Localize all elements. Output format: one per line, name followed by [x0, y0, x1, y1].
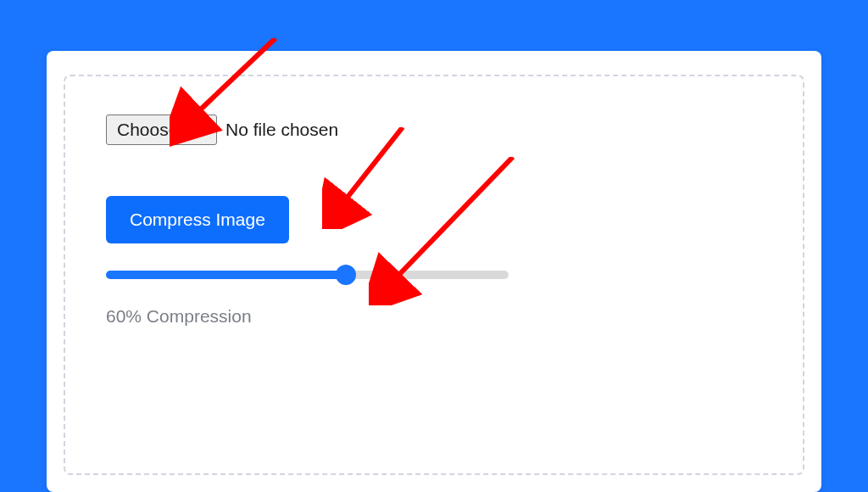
- upload-panel: Choose file No file chosen Compress Imag…: [64, 75, 804, 475]
- compression-slider[interactable]: [106, 271, 509, 279]
- slider-container: [106, 267, 509, 282]
- card-panel: Choose file No file chosen Compress Imag…: [47, 51, 821, 492]
- file-input-row: Choose file No file chosen: [106, 115, 769, 145]
- choose-file-button[interactable]: Choose file: [106, 115, 217, 145]
- compress-image-button[interactable]: Compress Image: [106, 196, 289, 243]
- file-status-text: No file chosen: [225, 120, 338, 140]
- compression-value-label: 60% Compression: [106, 306, 769, 327]
